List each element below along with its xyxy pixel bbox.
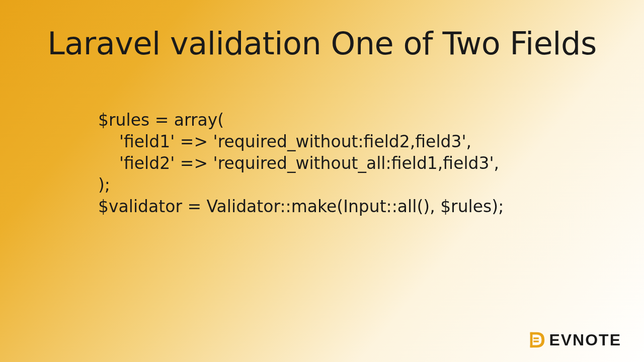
code-line: $rules = array( (98, 110, 644, 131)
svg-rect-2 (534, 340, 539, 342)
code-line: ); (98, 174, 644, 196)
svg-rect-1 (534, 337, 539, 339)
brand-logo: EVNOTE (527, 330, 621, 349)
code-line: 'field1' => 'required_without:field2,fie… (98, 131, 644, 153)
code-line: 'field2' => 'required_without_all:field1… (98, 153, 644, 174)
brand-d-icon (527, 330, 546, 349)
code-line: $validator = Validator::make(Input::all(… (98, 196, 644, 218)
page-title: Laravel validation One of Two Fields (0, 0, 644, 62)
brand-text: EVNOTE (549, 331, 621, 349)
svg-rect-0 (530, 332, 533, 347)
code-snippet: $rules = array( 'field1' => 'required_wi… (98, 110, 644, 217)
